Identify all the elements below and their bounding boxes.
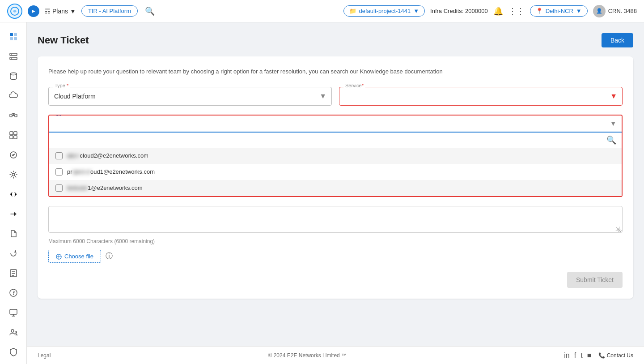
search-icon[interactable]: 🔍 xyxy=(145,6,155,16)
twitter-icon[interactable]: t xyxy=(580,351,582,360)
contact-us-link[interactable]: 📞 Contact Us xyxy=(598,352,633,359)
type-label: Type * xyxy=(53,83,70,88)
rss-icon[interactable]: ■ xyxy=(587,351,592,360)
user-menu[interactable]: 👤 CRN. 3488 xyxy=(593,5,637,17)
svg-rect-13 xyxy=(14,132,17,135)
plans-icon: ☶ xyxy=(45,8,51,15)
project-chevron-icon: ▼ xyxy=(413,8,419,14)
svg-rect-21 xyxy=(10,309,17,314)
location-icon: 📍 xyxy=(536,8,543,14)
top-navigation: ▶ ☶ Plans ▼ TIR - AI Platform 🔍 📁 defaul… xyxy=(0,0,644,22)
cc-dropdown-container: Cc ▼ 🔍 abc+cloud2@e2enetworks.com xyxy=(48,115,623,197)
cc-option-3[interactable]: testuser1@e2enetworks.com xyxy=(49,180,622,196)
cc-option-2[interactable]: project.cloud1@e2enetworks.com xyxy=(49,164,622,180)
sidebar xyxy=(0,22,27,364)
svg-point-8 xyxy=(11,58,12,59)
sidebar-item-network[interactable] xyxy=(4,107,22,124)
sidebar-item-code[interactable] xyxy=(4,185,22,203)
cc-input[interactable] xyxy=(55,120,610,127)
cc-input-row: ▼ xyxy=(49,116,622,132)
logo xyxy=(7,4,22,19)
cc-email-3: testuser1@e2enetworks.com xyxy=(67,184,143,191)
svg-rect-12 xyxy=(10,132,13,135)
file-upload-row: ⨁ Choose file ⓘ xyxy=(48,250,623,263)
cc-field: Cc ▼ xyxy=(49,116,622,133)
sidebar-item-grid[interactable] xyxy=(4,126,22,144)
plans-chevron-icon: ▼ xyxy=(70,8,76,15)
cc-search-icon[interactable]: 🔍 xyxy=(606,135,616,145)
sidebar-item-file[interactable] xyxy=(4,225,22,243)
page-header: New Ticket Back xyxy=(38,33,633,47)
cc-email-1: abc+cloud2@e2enetworks.com xyxy=(67,152,148,159)
region-selector[interactable]: 📍 Delhi-NCR ▼ xyxy=(530,5,588,17)
sidebar-item-refresh[interactable] xyxy=(4,244,22,262)
submit-row: Submit Ticket xyxy=(48,272,623,288)
plans-menu[interactable]: ☶ Plans ▼ xyxy=(45,8,76,15)
linkedin-icon[interactable]: in xyxy=(564,351,569,360)
svg-rect-2 xyxy=(14,33,17,36)
svg-point-17 xyxy=(12,173,15,176)
svg-rect-4 xyxy=(14,37,17,40)
footer: Legal © 2024 E2E Networks Limited ™ in f… xyxy=(0,346,644,364)
back-button[interactable]: Back xyxy=(602,33,633,47)
submit-ticket-button[interactable]: Submit Ticket xyxy=(567,272,623,288)
cc-checkbox-1[interactable] xyxy=(55,152,63,159)
ticket-card: Please help up route your question to re… xyxy=(38,56,633,299)
cc-email-2: project.cloud1@e2enetworks.com xyxy=(67,168,155,175)
description-area: ⇲ xyxy=(48,206,623,235)
sidebar-item-dashboard[interactable] xyxy=(4,28,22,46)
type-select[interactable]: Cloud Platform xyxy=(48,87,332,106)
footer-right: in f t ■ 📞 Contact Us xyxy=(564,351,633,360)
svg-point-7 xyxy=(11,54,12,55)
play-button[interactable]: ▶ xyxy=(28,5,39,17)
infra-credits: Infra Credits: 2000000 xyxy=(430,8,488,14)
choose-file-button[interactable]: ⨁ Choose file xyxy=(48,250,101,263)
sidebar-item-shield[interactable] xyxy=(4,343,22,361)
svg-rect-3 xyxy=(10,37,13,40)
cc-dropdown-arrow-icon[interactable]: ▼ xyxy=(610,120,616,127)
page-title: New Ticket xyxy=(38,34,89,46)
cc-checkbox-3[interactable] xyxy=(55,184,63,192)
svg-rect-14 xyxy=(10,136,13,139)
description-textarea[interactable] xyxy=(48,206,623,233)
svg-point-22 xyxy=(11,330,14,332)
tir-platform-button[interactable]: TIR - AI Platform xyxy=(81,5,138,17)
svg-rect-15 xyxy=(14,136,17,139)
sidebar-item-servers[interactable] xyxy=(4,47,22,65)
sidebar-item-database[interactable] xyxy=(4,67,22,85)
sidebar-item-users[interactable] xyxy=(4,323,22,341)
cc-search-row: 🔍 xyxy=(49,133,622,148)
avatar: 👤 xyxy=(593,5,606,17)
social-links: in f t ■ xyxy=(564,351,591,360)
cc-options-list: abc+cloud2@e2enetworks.com project.cloud… xyxy=(49,148,622,196)
cc-label: Cc xyxy=(54,115,63,117)
service-field: Service* ▼ xyxy=(339,87,623,106)
sidebar-item-settings[interactable] xyxy=(4,166,22,184)
grid-menu-icon[interactable]: ⋮⋮ xyxy=(508,6,525,16)
sidebar-item-arrow[interactable] xyxy=(4,205,22,223)
facebook-icon[interactable]: f xyxy=(574,351,576,360)
sidebar-item-deploy[interactable] xyxy=(4,146,22,164)
add-file-icon: ⨁ xyxy=(56,253,62,260)
cc-checkbox-2[interactable] xyxy=(55,168,63,176)
service-label: Service* xyxy=(343,83,365,88)
type-field: Type * Cloud Platform ▼ xyxy=(48,87,332,106)
copyright-text: © 2024 E2E Networks Limited ™ xyxy=(51,352,564,359)
sidebar-item-doc[interactable] xyxy=(4,264,22,282)
char-limit-label: Maximum 6000 Characters (6000 remaining) xyxy=(48,238,623,244)
sidebar-item-monitor[interactable] xyxy=(4,304,22,321)
cc-option-1[interactable]: abc+cloud2@e2enetworks.com xyxy=(49,148,622,164)
svg-rect-1 xyxy=(10,33,13,36)
resize-handle-icon: ⇲ xyxy=(615,226,620,232)
svg-point-20 xyxy=(13,294,14,295)
folder-icon: 📁 xyxy=(349,8,356,14)
sidebar-item-support[interactable] xyxy=(4,284,22,302)
notification-bell-icon[interactable]: 🔔 xyxy=(493,6,503,16)
info-icon[interactable]: ⓘ xyxy=(106,252,113,261)
region-chevron-icon: ▼ xyxy=(576,8,582,14)
sidebar-item-cloud[interactable] xyxy=(4,87,22,105)
service-select[interactable] xyxy=(339,87,623,106)
legal-link[interactable]: Legal xyxy=(38,352,51,359)
project-selector[interactable]: 📁 default-project-1441 ▼ xyxy=(343,5,425,17)
svg-point-9 xyxy=(10,73,17,75)
